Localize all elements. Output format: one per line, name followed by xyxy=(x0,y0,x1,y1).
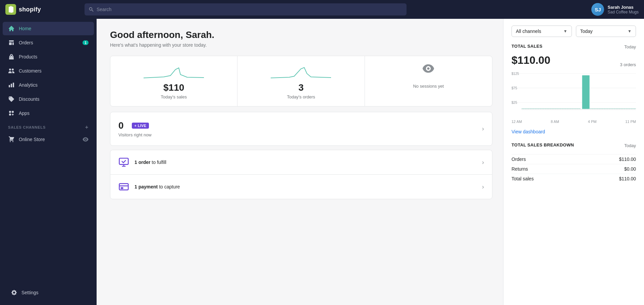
sales-top-row: $110.00 3 orders xyxy=(512,54,636,67)
settings-section: Settings xyxy=(0,280,97,302)
visitors-count: 0 xyxy=(118,120,124,131)
sidebar-item-customers[interactable]: Customers xyxy=(3,64,94,78)
svg-rect-6 xyxy=(121,188,123,189)
stat-card-sales[interactable]: $110 Today's sales xyxy=(110,56,237,106)
channel-filter-dropdown[interactable]: All channels ▼ xyxy=(512,26,572,37)
sidebar-item-customers-label: Customers xyxy=(19,68,42,74)
home-icon xyxy=(8,25,15,32)
analytics-icon xyxy=(8,82,15,88)
visitors-label: Visitors right now xyxy=(118,132,482,137)
store-name: Sad Coffee Mugs xyxy=(607,10,639,14)
breakdown-section: TOTAL SALES BREAKDOWN Today Orders $110.… xyxy=(512,142,636,183)
online-store-label: Online Store xyxy=(19,137,45,142)
sessions-label: No sessions yet xyxy=(413,84,444,89)
breakdown-returns-value: $0.00 xyxy=(624,166,636,172)
stat-card-orders[interactable]: 3 Today's orders xyxy=(237,56,365,106)
products-icon xyxy=(8,53,15,60)
sales-channels-section: SALES CHANNELS + xyxy=(0,120,97,132)
view-dashboard-link[interactable]: View dashboard xyxy=(512,129,636,134)
visitors-chevron-icon: › xyxy=(482,125,484,132)
sidebar-item-discounts[interactable]: Discounts xyxy=(3,92,94,106)
breakdown-title: TOTAL SALES BREAKDOWN xyxy=(512,142,574,147)
sidebar-item-home[interactable]: Home xyxy=(3,22,94,35)
orders-count: 3 orders xyxy=(620,62,636,67)
add-channel-icon[interactable]: + xyxy=(85,124,89,130)
discounts-icon xyxy=(8,96,15,102)
visitors-card[interactable]: 0 LIVE Visitors right now › xyxy=(110,112,492,146)
period-filter-label: Today xyxy=(580,29,593,34)
top-nav: shopify SJ Sarah Jonas Sad Coffee Mugs xyxy=(0,0,644,19)
chart-x-labels: 12 AM 8 AM 4 PM 11 PM xyxy=(512,120,636,124)
fulfill-chevron-icon: › xyxy=(482,159,484,166)
payment-icon xyxy=(118,181,129,192)
sales-label: Today's sales xyxy=(161,94,187,99)
avatar: SJ xyxy=(591,3,604,16)
orders-value: 3 xyxy=(299,82,304,93)
svg-text:$125: $125 xyxy=(512,72,519,76)
channel-caret-icon: ▼ xyxy=(564,29,568,34)
sidebar-item-orders[interactable]: Orders 1 xyxy=(3,36,94,49)
breakdown-period: Today xyxy=(624,143,636,148)
breakdown-row-returns: Returns $0.00 xyxy=(512,164,636,174)
breakdown-row-total: Total sales $110.00 xyxy=(512,174,636,183)
svg-rect-4 xyxy=(119,184,128,190)
sidebar-item-settings[interactable]: Settings xyxy=(5,286,91,299)
fulfill-text: 1 order to fulfill xyxy=(135,160,166,165)
apps-icon xyxy=(8,110,15,117)
capture-payment-card[interactable]: 1 payment to capture › xyxy=(110,174,492,199)
breakdown-total-label: Total sales xyxy=(512,176,534,181)
logo-area[interactable]: shopify xyxy=(5,4,79,15)
fulfill-icon xyxy=(118,157,129,168)
sessions-chart-area xyxy=(373,63,484,80)
sidebar: Home Orders 1 Products Customers xyxy=(0,19,97,305)
capture-chevron-icon: › xyxy=(482,183,484,190)
sidebar-item-analytics-label: Analytics xyxy=(19,82,38,88)
user-area[interactable]: SJ Sarah Jonas Sad Coffee Mugs xyxy=(591,3,639,16)
greeting-subtitle: Here's what's happening with your store … xyxy=(110,42,492,48)
breakdown-header: TOTAL SALES BREAKDOWN Today xyxy=(512,142,636,149)
breakdown-row-orders: Orders $110.00 xyxy=(512,154,636,164)
sidebar-item-apps[interactable]: Apps xyxy=(3,106,94,120)
sales-value: $110 xyxy=(163,82,184,93)
greeting-title: Good afternoon, Sarah. xyxy=(110,30,492,40)
svg-rect-1 xyxy=(119,158,128,165)
sidebar-item-home-label: Home xyxy=(19,26,31,31)
fulfill-order-card[interactable]: 1 order to fulfill › xyxy=(110,150,492,174)
logo-text: shopify xyxy=(19,6,41,13)
total-sales-section-header: TOTAL SALES Today xyxy=(512,44,636,50)
breakdown-returns-label: Returns xyxy=(512,166,528,172)
visitors-left: 0 LIVE Visitors right now xyxy=(118,120,482,137)
chart-x-label-2: 4 PM xyxy=(588,120,597,124)
settings-label: Settings xyxy=(21,290,39,295)
fulfill-text-bold: 1 order xyxy=(135,160,150,165)
action-cards-group: 1 order to fulfill › 1 payment to captur… xyxy=(110,150,492,200)
user-info: Sarah Jonas Sad Coffee Mugs xyxy=(607,5,639,14)
chart-x-label-1: 8 AM xyxy=(551,120,559,124)
svg-rect-15 xyxy=(582,75,590,109)
sidebar-item-products[interactable]: Products xyxy=(3,50,94,63)
fulfill-text-suffix: to fulfill xyxy=(150,160,166,165)
eye-icon xyxy=(83,136,89,142)
svg-text:$25: $25 xyxy=(512,101,517,104)
period-caret-icon: ▼ xyxy=(628,29,632,34)
orders-label: Today's orders xyxy=(287,94,315,99)
capture-text-bold: 1 payment xyxy=(135,184,158,189)
live-badge: LIVE xyxy=(132,123,149,129)
search-input[interactable] xyxy=(97,7,402,12)
sidebar-item-analytics[interactable]: Analytics xyxy=(3,78,94,92)
sales-mini-chart xyxy=(118,63,229,80)
right-panel-filters: All channels ▼ Today ▼ xyxy=(512,26,636,37)
svg-text:$75: $75 xyxy=(512,86,517,90)
total-sales-title: TOTAL SALES xyxy=(512,44,542,49)
sales-channels-label: SALES CHANNELS xyxy=(8,125,46,129)
orders-icon xyxy=(8,39,15,46)
period-filter-dropdown[interactable]: Today ▼ xyxy=(576,26,636,37)
eye-icon-large xyxy=(422,62,434,77)
shopify-logo-icon xyxy=(5,4,16,15)
sidebar-item-online-store[interactable]: Online Store xyxy=(3,133,94,146)
settings-icon xyxy=(11,289,17,296)
sales-chart: $125 $75 $25 xyxy=(512,70,636,117)
search-bar[interactable] xyxy=(85,3,407,15)
stat-card-sessions[interactable]: No sessions yet xyxy=(365,56,492,106)
sidebar-item-orders-label: Orders xyxy=(19,40,33,45)
